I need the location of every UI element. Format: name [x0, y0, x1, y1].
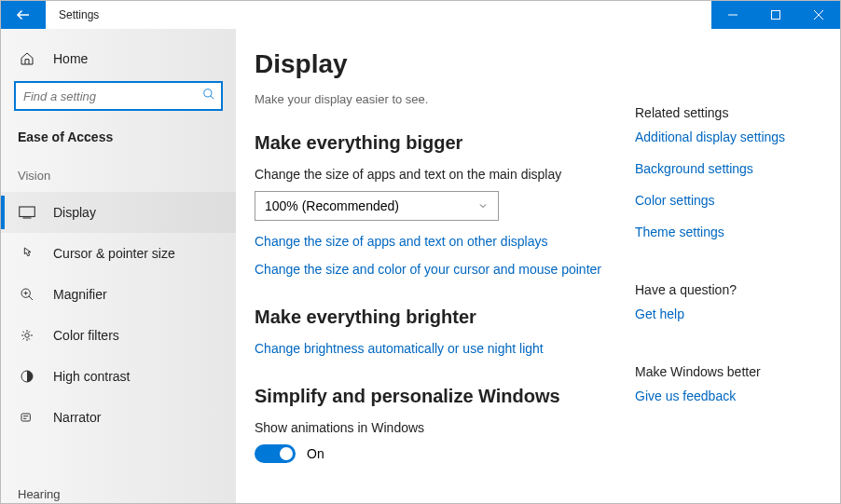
search-input[interactable]: [14, 81, 223, 111]
magnifier-icon: [18, 287, 36, 302]
sidebar-item-display[interactable]: Display: [1, 192, 236, 233]
related-heading: Related settings: [635, 105, 821, 120]
question-heading: Have a question?: [635, 282, 821, 297]
sidebar-item-high-contrast[interactable]: High contrast: [1, 356, 236, 397]
category-label: Ease of Access: [1, 126, 236, 161]
svg-point-1: [204, 89, 212, 97]
heading-bigger: Make everything bigger: [255, 132, 613, 154]
svg-rect-0: [772, 11, 780, 20]
link-theme-settings[interactable]: Theme settings: [635, 225, 821, 239]
right-column: Related settings Additional display sett…: [635, 49, 821, 503]
minimize-icon: [728, 10, 738, 20]
animations-label: Show animations in Windows: [255, 420, 613, 435]
main-content: Display Make your display easier to see.…: [255, 49, 635, 503]
svg-rect-6: [21, 414, 30, 421]
maximize-button[interactable]: [754, 1, 797, 29]
close-button[interactable]: [797, 1, 840, 29]
back-button[interactable]: [1, 1, 46, 29]
sidebar-item-label: Display: [53, 205, 96, 220]
home-label: Home: [53, 51, 88, 66]
link-feedback[interactable]: Give us feedback: [635, 388, 821, 403]
search-box: [14, 81, 223, 111]
color-filters-icon: [18, 328, 36, 343]
group-hearing-cut: Hearing: [18, 487, 61, 501]
minimize-button[interactable]: [711, 1, 754, 29]
high-contrast-icon: [18, 369, 36, 384]
sidebar-item-magnifier[interactable]: Magnifier: [1, 274, 236, 315]
window-controls: [711, 1, 840, 29]
link-cursor-size[interactable]: Change the size and color of your cursor…: [255, 262, 613, 277]
link-color-settings[interactable]: Color settings: [635, 193, 821, 208]
close-icon: [814, 10, 823, 20]
link-other-displays[interactable]: Change the size of apps and text on othe…: [255, 234, 613, 249]
window-title: Settings: [46, 1, 99, 29]
scale-select[interactable]: 100% (Recommended): [255, 191, 499, 221]
sidebar-item-color-filters[interactable]: Color filters: [1, 315, 236, 356]
search-icon: [202, 88, 215, 104]
heading-simplify: Simplify and personalize Windows: [255, 386, 613, 407]
link-additional-display[interactable]: Additional display settings: [635, 129, 821, 144]
sidebar: Home Ease of Access Vision Display Curso…: [1, 29, 236, 503]
sidebar-item-label: Narrator: [53, 410, 101, 425]
cursor-icon: [18, 246, 36, 261]
sidebar-item-cursor[interactable]: Cursor & pointer size: [1, 233, 236, 274]
page-title: Display: [255, 49, 613, 79]
home-icon: [18, 51, 36, 66]
link-night-light[interactable]: Change brightness automatically or use n…: [255, 341, 613, 356]
sidebar-item-label: Color filters: [53, 328, 119, 343]
page-subtitle: Make your display easier to see.: [255, 92, 613, 106]
chevron-down-icon: [477, 200, 489, 211]
link-background-settings[interactable]: Background settings: [635, 161, 821, 176]
bigger-desc: Change the size of apps and text on the …: [255, 167, 613, 182]
scale-select-value: 100% (Recommended): [265, 198, 399, 213]
animations-toggle[interactable]: [255, 444, 296, 463]
titlebar: Settings: [1, 1, 840, 29]
animations-state: On: [307, 446, 324, 461]
better-heading: Make Windows better: [635, 364, 821, 379]
narrator-icon: [18, 410, 36, 425]
sidebar-item-label: Magnifier: [53, 287, 107, 302]
display-icon: [18, 206, 36, 219]
arrow-left-icon: [15, 7, 32, 23]
sidebar-item-label: Cursor & pointer size: [53, 246, 175, 261]
maximize-icon: [771, 10, 780, 20]
svg-point-4: [25, 334, 30, 338]
heading-brighter: Make everything brighter: [255, 306, 613, 328]
sidebar-item-label: High contrast: [53, 369, 130, 384]
sidebar-item-narrator[interactable]: Narrator: [1, 397, 236, 438]
group-vision: Vision: [1, 161, 236, 192]
svg-rect-2: [20, 207, 35, 217]
link-get-help[interactable]: Get help: [635, 306, 821, 321]
home-nav[interactable]: Home: [1, 42, 236, 75]
